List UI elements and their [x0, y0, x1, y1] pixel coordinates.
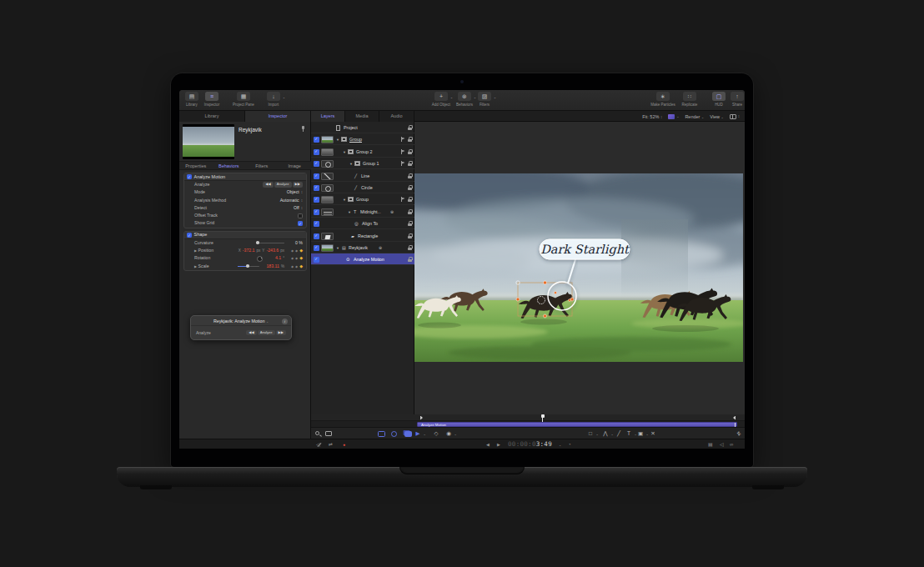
show-timing-toggle[interactable] [391, 431, 397, 437]
selection-handle[interactable] [544, 314, 547, 318]
show-keyframe-editor-toggle[interactable] [404, 431, 412, 437]
disclosure-icon[interactable]: ▶ [194, 264, 197, 268]
hud-analyze-forward-button[interactable]: ▶▶ [276, 330, 286, 336]
show-layers-toggle[interactable] [378, 431, 385, 437]
track-point[interactable] [569, 299, 571, 302]
analyze-button[interactable]: Analyze [274, 182, 292, 188]
position-x-value[interactable]: -372.1 [243, 247, 255, 254]
tab-library[interactable]: Library [179, 111, 245, 122]
gear-icon[interactable]: ⊛ [388, 206, 394, 218]
hud-analyze-reverse-button[interactable]: ◀◀ [246, 330, 256, 336]
lock-icon[interactable] [408, 221, 412, 227]
flag-icon[interactable] [401, 149, 405, 154]
record-icon[interactable]: ● [343, 439, 345, 449]
layer-checkbox[interactable] [314, 161, 319, 167]
disclosure-icon[interactable]: ▼ [336, 246, 339, 250]
section-checkbox[interactable] [187, 174, 192, 179]
position-y-value[interactable]: -243.6 [266, 247, 279, 254]
info-icon[interactable]: i [282, 319, 288, 324]
prev-keyframe-icon[interactable]: ◆ [291, 254, 294, 262]
hud-panel[interactable]: Reykjavik: Analyze Motion ⌄ i Analyze ◀◀… [190, 315, 292, 340]
rotation-dial[interactable] [257, 256, 263, 262]
layer-checkbox[interactable] [314, 137, 319, 143]
tab-media[interactable]: Media [345, 111, 379, 122]
render-menu[interactable]: Render ⌄ [685, 114, 704, 119]
import-button[interactable]: ↓ ⌄ Import [259, 92, 288, 107]
layer-checkbox[interactable] [314, 209, 319, 215]
canvas-pane[interactable]: Dark Starlight [414, 122, 745, 414]
flag-icon[interactable] [401, 197, 405, 202]
replicate-button[interactable]: ∷ Replicate [675, 92, 704, 107]
rotation-value[interactable]: 4.1 [275, 254, 281, 262]
keyframe-icon[interactable]: ◆ [299, 254, 303, 262]
flag-icon[interactable] [401, 161, 405, 166]
clock-icon[interactable]: ◔ [568, 439, 571, 449]
timeline-ruler[interactable] [311, 414, 745, 421]
analysis-method-select[interactable]: Automatic↕ [280, 197, 303, 204]
detect-select[interactable]: Off↕ [294, 204, 303, 212]
layer-row-group-2[interactable]: ▼ Group 2 [311, 146, 414, 158]
prev-keyframe-icon[interactable]: ◆ [291, 263, 294, 270]
timecode[interactable]: 00:00:03:49 [508, 439, 552, 449]
disclosure-icon[interactable]: ▼ [348, 210, 351, 214]
disclosure-icon[interactable]: ▼ [343, 150, 346, 154]
disclosure-icon[interactable]: ▼ [349, 162, 353, 166]
skip-back-icon[interactable]: ◀ [486, 439, 490, 449]
lock-icon[interactable] [408, 137, 412, 143]
selection-handle[interactable] [516, 298, 520, 301]
mini-timeline[interactable]: Analyze Motion [311, 414, 745, 427]
tab-filters[interactable]: Filters [245, 162, 279, 169]
disclosure-icon[interactable]: ▼ [343, 198, 346, 202]
tab-properties[interactable]: Properties [179, 162, 213, 169]
track-point[interactable] [555, 292, 557, 294]
lock-icon[interactable] [408, 233, 412, 239]
chevron-down-icon[interactable]: ⌄ [266, 320, 269, 324]
layer-row-group-1[interactable]: ▼ Group 1 [311, 158, 414, 169]
curvature-slider[interactable] [256, 243, 284, 243]
layer-row-group[interactable]: ▼ Group [311, 133, 414, 145]
layer-checkbox[interactable] [314, 185, 319, 191]
keyframe-icon[interactable]: ◆ [299, 247, 303, 254]
show-grid-checkbox[interactable] [298, 221, 303, 226]
layer-row-group-b[interactable]: ▼ Group [311, 193, 414, 205]
channels-select[interactable]: ⌄ [668, 114, 679, 119]
offset-track-checkbox[interactable] [298, 213, 303, 218]
search-icon[interactable] [315, 431, 319, 435]
anchor-point-tool[interactable]: ◇ [431, 428, 441, 439]
flag-icon[interactable] [401, 137, 405, 142]
canvas-video[interactable]: Dark Starlight [414, 173, 743, 362]
chevron-down-icon[interactable]: ⌄ [559, 444, 561, 447]
lock-icon[interactable] [408, 257, 412, 263]
tab-image[interactable]: Image [279, 162, 312, 169]
prev-keyframe-icon[interactable]: ◆ [291, 247, 294, 254]
mode-select[interactable]: Object↕ [287, 188, 303, 196]
project-pane-button[interactable]: ▦ Project Pane [229, 92, 258, 107]
layer-checkbox[interactable] [314, 197, 319, 203]
next-keyframe-icon[interactable]: ◆ [295, 247, 298, 254]
layer-checkbox[interactable] [314, 149, 319, 155]
make-particles-button[interactable]: ∗ Make Particles [649, 92, 677, 107]
analyze-forward-button[interactable]: ▶▶ [293, 182, 303, 188]
layer-row-project[interactable]: Project [311, 122, 414, 133]
audio-icon[interactable]: ◁ [720, 439, 724, 449]
layer-row-analyze-motion[interactable]: ⊙ Analyze Motion [311, 253, 414, 265]
line-tool[interactable]: ╱ [614, 428, 624, 439]
layer-checkbox[interactable] [314, 245, 319, 251]
filmstrip-pane-icon[interactable] [325, 431, 332, 436]
lock-icon[interactable] [408, 209, 412, 215]
scale-slider[interactable] [238, 266, 259, 267]
selection-handle[interactable] [544, 281, 547, 284]
zoom-level-select[interactable]: Fit: 52% ↕ [642, 114, 662, 119]
behavior-track-bar[interactable]: Analyze Motion [417, 422, 737, 427]
film-icon[interactable]: ▤ [708, 439, 713, 449]
lock-icon[interactable] [408, 173, 412, 179]
layer-checkbox[interactable] [314, 173, 319, 179]
inspector-button[interactable]: ≡ Inspector [198, 92, 226, 107]
play-icon[interactable]: ▶ [497, 439, 500, 449]
layer-row-circle[interactable]: ╱ Circle [311, 182, 414, 193]
in-point-marker[interactable] [420, 416, 423, 420]
filters-button[interactable]: ▨ ⌄ Filters [470, 92, 499, 107]
scale-value[interactable]: 183.11 [266, 263, 279, 270]
lock-icon[interactable] [408, 197, 412, 203]
tab-audio[interactable]: Audio [379, 111, 414, 122]
